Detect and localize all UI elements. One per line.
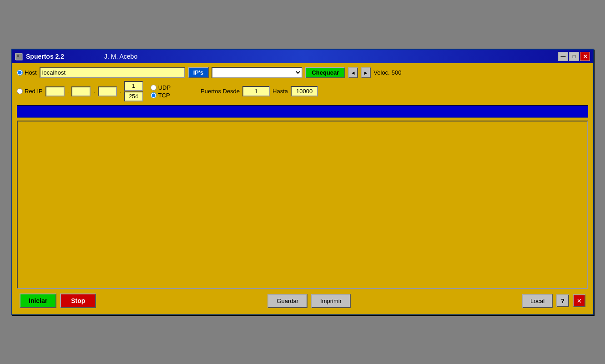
results-area bbox=[17, 121, 588, 289]
ip-octet2[interactable] bbox=[71, 86, 91, 96]
ip-dropdown[interactable] bbox=[212, 67, 302, 78]
redip-row: Red IP . . . UDP TCP bbox=[17, 81, 588, 101]
dot-sep1: . bbox=[67, 88, 69, 95]
puertos-label: Puertos Desde bbox=[201, 88, 240, 95]
iniciar-button[interactable]: Iniciar bbox=[20, 293, 56, 308]
svg-rect-1 bbox=[17, 55, 19, 57]
stop-button[interactable]: Stop bbox=[60, 293, 96, 308]
protocol-group: UDP TCP bbox=[151, 84, 171, 99]
redip-label: Red IP bbox=[25, 88, 43, 95]
main-window: Spuertos 2.2 J. M. Acebo — □ ✕ Host IP's… bbox=[11, 49, 594, 315]
title-buttons: — □ ✕ bbox=[558, 52, 590, 61]
redip-radio[interactable] bbox=[17, 88, 23, 94]
udp-radio[interactable] bbox=[151, 85, 156, 91]
nav-prev-button[interactable]: ◄ bbox=[348, 67, 358, 78]
exit-icon: ✕ bbox=[577, 298, 582, 304]
title-bar-left: Spuertos 2.2 J. M. Acebo bbox=[15, 53, 137, 60]
progress-bar bbox=[17, 105, 588, 118]
exit-button[interactable]: ✕ bbox=[573, 294, 585, 307]
ip-range-from[interactable] bbox=[124, 81, 143, 91]
nav-next-button[interactable]: ► bbox=[361, 67, 371, 78]
host-row: Host IP's Chequear ◄ ► Veloc. 500 bbox=[17, 67, 588, 78]
host-label: Host bbox=[25, 69, 37, 76]
hasta-label: Hasta bbox=[272, 88, 288, 95]
ip-octet3[interactable] bbox=[98, 86, 117, 96]
app-title: Spuertos 2.2 bbox=[26, 53, 64, 60]
dot-sep2: . bbox=[93, 88, 95, 95]
host-radio[interactable] bbox=[17, 70, 23, 76]
minimize-button[interactable]: — bbox=[558, 52, 568, 61]
imprimir-button[interactable]: Imprimir bbox=[311, 294, 351, 308]
help-button[interactable]: ? bbox=[556, 294, 569, 307]
host-input[interactable] bbox=[40, 67, 185, 78]
maximize-button[interactable]: □ bbox=[569, 52, 579, 61]
app-subtitle: J. M. Acebo bbox=[104, 53, 137, 60]
tcp-row: TCP bbox=[151, 92, 171, 99]
hasta-input[interactable] bbox=[291, 86, 318, 96]
redip-radio-group: Red IP bbox=[17, 88, 43, 95]
content-area: Host IP's Chequear ◄ ► Veloc. 500 Red IP… bbox=[12, 63, 593, 314]
dot-sep3: . bbox=[120, 88, 121, 95]
chequear-button[interactable]: Chequear bbox=[305, 67, 345, 78]
veloc-section: Veloc. 500 bbox=[373, 69, 401, 76]
host-radio-group: Host bbox=[17, 69, 37, 76]
tcp-label: TCP bbox=[158, 92, 170, 99]
veloc-value: 500 bbox=[392, 69, 402, 76]
udp-label: UDP bbox=[158, 84, 171, 91]
veloc-label: Veloc. bbox=[373, 69, 389, 76]
title-bar: Spuertos 2.2 J. M. Acebo — □ ✕ bbox=[12, 50, 593, 63]
udp-row: UDP bbox=[151, 84, 171, 91]
ips-button[interactable]: IP's bbox=[188, 67, 209, 78]
ip-octet1[interactable] bbox=[45, 86, 65, 96]
ip-range-to[interactable] bbox=[124, 91, 143, 101]
puertos-group: Puertos Desde Hasta bbox=[201, 86, 318, 96]
local-button[interactable]: Local bbox=[522, 294, 553, 308]
app-icon bbox=[15, 53, 22, 60]
bottom-bar: Iniciar Stop Guardar Imprimir Local ? ✕ bbox=[17, 292, 588, 311]
desde-input[interactable] bbox=[242, 86, 270, 96]
close-button[interactable]: ✕ bbox=[580, 52, 590, 61]
tcp-radio[interactable] bbox=[151, 92, 156, 98]
guardar-button[interactable]: Guardar bbox=[267, 294, 308, 308]
ip-range-stack bbox=[124, 81, 143, 101]
